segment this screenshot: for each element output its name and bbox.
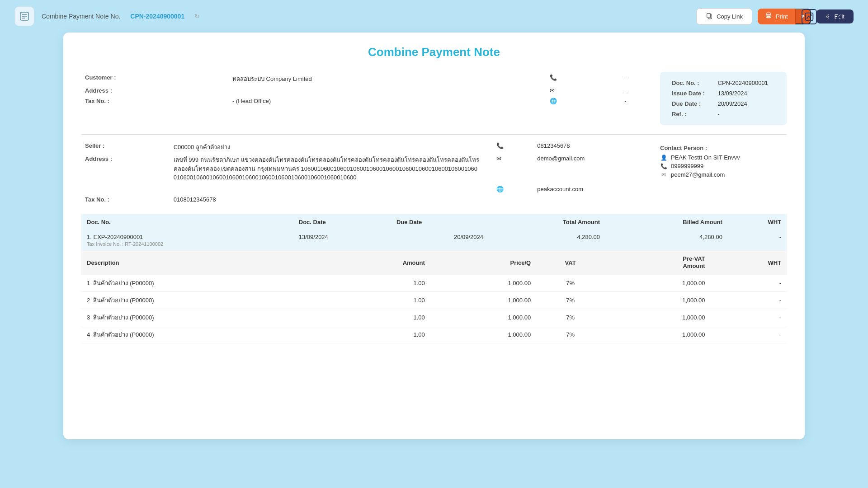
customer-email: - (622, 86, 648, 95)
contact-email-icon: ✉ (660, 172, 667, 178)
contact-phone: 0999999999 (671, 163, 703, 169)
row-doc-no: 1. EXP-20240900001 Tax Invoice No. : RT-… (81, 230, 293, 251)
item-desc: 4 สินค้าตัวอย่าง (P00000) (81, 326, 326, 343)
doc-no-label: Doc. No. : (668, 78, 713, 88)
row-due-date: 20/09/2024 (391, 230, 489, 251)
item-price: 1,000.00 (430, 292, 536, 309)
item-col-price: Price/Q (430, 251, 536, 275)
ref-value: - (714, 109, 778, 119)
contact-title: Contact Person : (660, 145, 787, 151)
col-billed-amount: Billed Amount (605, 214, 728, 230)
item-wht: - (711, 326, 787, 343)
issue-date-value: 13/09/2024 (714, 89, 778, 98)
phone-icon: 📞 (550, 74, 557, 81)
peak-logo: PEAK (802, 9, 852, 24)
doc-no-value: CPN-20240900001 (714, 78, 778, 88)
col-doc-date: Doc. Date (293, 214, 391, 230)
seller-web-icon: 🌐 (496, 186, 504, 192)
item-amount: 1.00 (326, 309, 430, 326)
item-desc: 1 สินค้าตัวอย่าง (P00000) (81, 275, 326, 292)
customer-address (230, 86, 535, 95)
document-content: Combine Payment Note Customer : ทดสอบระบ… (63, 33, 805, 361)
document-title: Combine Payment Note (81, 45, 787, 59)
contact-info: Contact Person : 👤 PEAK Testtt On SIT En… (660, 140, 787, 205)
col-wht: WHT (728, 214, 787, 230)
due-date-value: 20/09/2024 (714, 99, 778, 108)
svg-rect-9 (767, 16, 769, 18)
seller-tax-no: 0108012345678 (171, 195, 482, 204)
seller-phone: 0812345678 (534, 141, 648, 153)
customer-website: - (622, 96, 648, 106)
top-bar: Combine Payment Note No. CPN-20240900001… (0, 0, 868, 33)
customer-name: ทดสอบระบบ Company Limited (230, 73, 535, 85)
issue-date-label: Issue Date : (668, 89, 713, 98)
copy-link-button[interactable]: Copy Link (696, 8, 752, 25)
documents-table: Doc. No. Doc. Date Due Date Total Amount… (81, 214, 787, 251)
seller-website: peakaccount.com (534, 184, 648, 194)
item-col-prevat: Pre-VATAmount (604, 251, 710, 275)
seller-email-icon: ✉ (496, 155, 501, 162)
row-doc-date: 13/09/2024 (293, 230, 391, 251)
print-icon (765, 12, 772, 21)
item-row: 1 สินค้าตัวอย่าง (P00000) 1.00 1,000.00 … (81, 275, 787, 292)
document-container: Combine Payment Note Customer : ทดสอบระบ… (63, 33, 805, 439)
tax-no-label: Tax No. : (82, 96, 229, 106)
refresh-icon[interactable]: ↻ (194, 13, 200, 20)
item-price: 1,000.00 (430, 326, 536, 343)
row-billed-amount: 4,280.00 (605, 230, 728, 251)
web-icon: 🌐 (550, 98, 557, 104)
print-button[interactable]: Print (758, 9, 795, 24)
seller-phone-icon: 📞 (496, 142, 504, 149)
item-price: 1,000.00 (430, 309, 536, 326)
contact-phone-row: 📞 0999999999 (660, 163, 787, 169)
address-label: Address : (82, 86, 229, 95)
item-col-wht: WHT (711, 251, 787, 275)
document-icon (14, 6, 34, 26)
col-doc-no: Doc. No. (81, 214, 293, 230)
item-col-vat: VAT (536, 251, 604, 275)
items-table: Description Amount Price/Q VAT Pre-VATAm… (81, 251, 787, 344)
doc-label: Combine Payment Note No. (42, 13, 120, 20)
col-total-amount: Total Amount (489, 214, 605, 230)
item-prevat: 1,000.00 (604, 326, 710, 343)
item-col-desc: Description (81, 251, 326, 275)
item-wht: - (711, 292, 787, 309)
seller-info: Seller : C00000 ลูกค้าตัวอย่าง 📞 0812345… (81, 140, 649, 205)
item-prevat: 1,000.00 (604, 309, 710, 326)
contact-phone-icon: 📞 (660, 163, 667, 169)
item-desc: 2 สินค้าตัวอย่าง (P00000) (81, 292, 326, 309)
seller-code-name: C00000 ลูกค้าตัวอย่าง (171, 141, 482, 153)
tax-invoice-no: Tax Invoice No. : RT-20241100002 (87, 241, 288, 247)
print-label: Print (776, 13, 788, 20)
item-prevat: 1,000.00 (604, 292, 710, 309)
item-prevat: 1,000.00 (604, 275, 710, 292)
info-section: Customer : ทดสอบระบบ Company Limited 📞 -… (81, 72, 787, 125)
contact-person-icon: 👤 (660, 155, 667, 161)
item-amount: 1.00 (326, 292, 430, 309)
item-amount: 1.00 (326, 326, 430, 343)
item-vat: 7% (536, 292, 604, 309)
customer-label: Customer : (82, 73, 229, 85)
email-icon: ✉ (550, 87, 555, 94)
item-desc: 3 สินค้าตัวอย่าง (P00000) (81, 309, 326, 326)
item-vat: 7% (536, 309, 604, 326)
row-total-amount: 4,280.00 (489, 230, 605, 251)
peak-logo-text: PEAK (821, 11, 852, 23)
header-left: Combine Payment Note No. CPN-20240900001… (14, 6, 200, 26)
contact-email-row: ✉ peem27@gmail.com (660, 171, 787, 178)
svg-rect-6 (707, 13, 711, 17)
contact-name: PEAK Testtt On SIT Envvv (671, 154, 740, 161)
item-row: 2 สินค้าตัวอย่าง (P00000) 1.00 1,000.00 … (81, 292, 787, 309)
doc-number: CPN-20240900001 (130, 13, 184, 20)
due-date-label: Due Date : (668, 99, 713, 108)
item-wht: - (711, 309, 787, 326)
customer-tax-no: - (Head Office) (230, 96, 535, 106)
table-row: 1. EXP-20240900001 Tax Invoice No. : RT-… (81, 230, 787, 251)
item-vat: 7% (536, 326, 604, 343)
contact-name-row: 👤 PEAK Testtt On SIT Envvv (660, 154, 787, 161)
seller-label: Seller : (82, 141, 170, 153)
customer-info: Customer : ทดสอบระบบ Company Limited 📞 -… (81, 72, 649, 125)
item-amount: 1.00 (326, 275, 430, 292)
seller-email: demo@gmail.com (534, 154, 648, 183)
item-row: 3 สินค้าตัวอย่าง (P00000) 1.00 1,000.00 … (81, 309, 787, 326)
